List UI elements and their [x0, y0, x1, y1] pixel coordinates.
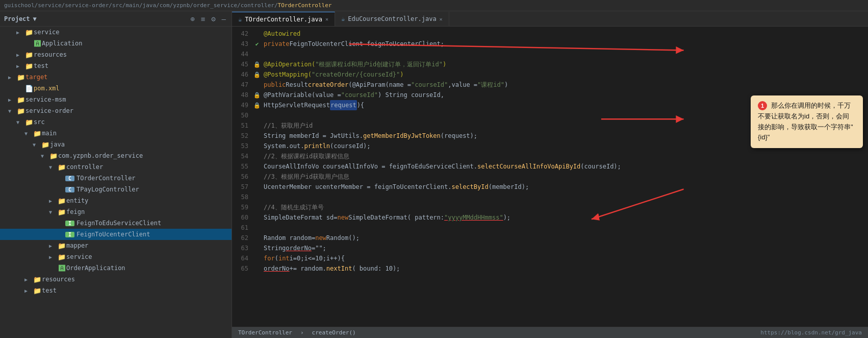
tree-item-feign-edu[interactable]: I FeignToEduServiceClient [0, 218, 232, 229]
token: Result [286, 80, 308, 90]
gutter-47 [252, 80, 262, 90]
token: ,value = [448, 80, 477, 90]
tab-tordercontroller[interactable]: ☕ TOrderController.java ✕ [232, 12, 335, 26]
tree-item-label: target [25, 74, 47, 81]
tree-item-service-folder[interactable]: ▶ 📁 service [0, 251, 232, 262]
tree-item-service[interactable]: ▶ 📁 service [0, 27, 232, 38]
tree-item-service-order[interactable]: ▼ 📁 service-order [0, 105, 232, 116]
code-line-56: //3、根据用户id获取用户信息 [262, 172, 868, 182]
tree-item-feign-ucenter[interactable]: I FeignToUcenterClient [0, 229, 232, 240]
folder-icon: 📁 [24, 51, 34, 59]
tree-item-label: service [34, 29, 60, 36]
folder-orange-icon: 📁 [16, 74, 25, 81]
tree-item-test-1[interactable]: ▶ 📁 test [0, 60, 232, 71]
breadcrumb-text: guischool [4, 2, 35, 9]
token: =""; [312, 243, 326, 253]
token: int [278, 253, 290, 263]
tree-item-controller-folder[interactable]: ▼ 📁 controller [0, 161, 232, 173]
project-label: Project [4, 15, 30, 22]
folder-icon: 📁 [57, 253, 66, 261]
breadcrumb-sep: / [62, 2, 65, 9]
tree-item-tordercontroller[interactable]: C TOrderController [0, 173, 232, 184]
code-content[interactable]: @Autowired private FeignToUcenterClient … [262, 27, 868, 327]
tree-item-tpaylogcontroller[interactable]: C TPayLogController [0, 184, 232, 195]
tree-item-feign[interactable]: ▼ 📁 feign [0, 206, 232, 218]
code-editor: 42 43 44 45 46 47 48 49 50 51 52 53 54 5… [232, 27, 868, 327]
code-line-45: @ApiOperation("根据课程id和用户id创建订单，返回订单id") [262, 59, 868, 69]
token: new [338, 212, 349, 223]
gutter-51 [252, 120, 262, 131]
gutter-45-lock: 🔒 [252, 59, 262, 69]
token: i=0;i<=10;i++){ [290, 253, 345, 263]
tree-item-main[interactable]: ▼ 📁 main [0, 128, 232, 139]
breadcrumb-item-yzpnb: yzpnb [173, 2, 190, 9]
tree-item-pomxml[interactable]: 📄 pom.xml [0, 83, 232, 94]
token: selectCourseAllInfoVoApiById [477, 161, 580, 172]
tree-item-resources[interactable]: ▶ 📁 resources [0, 49, 232, 60]
token: orderNo [286, 243, 312, 253]
code-line-44 [262, 49, 868, 59]
code-line-42: @Autowired [262, 29, 868, 39]
token: += random. [290, 263, 326, 274]
xml-icon: 📄 [24, 85, 34, 92]
token: for [264, 253, 275, 263]
folder-icon: 📁 [33, 287, 42, 295]
feign-interface-icon: I [65, 232, 74, 237]
settings-icon[interactable]: ⚙ [210, 14, 217, 24]
tab-close-button[interactable]: ✕ [440, 16, 443, 22]
java-class-icon: C [65, 176, 74, 181]
tree-item-label: test [34, 62, 48, 69]
token: new [315, 233, 326, 243]
folder-icon: 📁 [16, 107, 25, 115]
token: public [264, 80, 286, 90]
token: ) [504, 80, 508, 90]
annotation-text: 那么你在调用的时候，千万不要让获取名为id，否则，会间接的影响，导致获取一个字符… [758, 102, 853, 141]
tree-item-label: main [42, 130, 57, 137]
tab-close-button[interactable]: ✕ [325, 16, 328, 22]
gutter-61 [252, 223, 262, 233]
gutter-59 [252, 202, 262, 212]
token: (memberId); [489, 182, 529, 192]
dropdown-arrow[interactable]: ▼ [33, 15, 37, 22]
token: getMemberIdByJwtToken [363, 131, 441, 141]
tree-item-label: Application [42, 40, 82, 47]
tree-item-package[interactable]: ▼ 📁 com.yzpnb.order_service [0, 150, 232, 161]
token: System.out. [264, 141, 304, 151]
tree-item-entity[interactable]: ▶ 📁 entity [0, 195, 232, 206]
locate-icon[interactable]: ⊕ [189, 14, 196, 24]
collapse-icon[interactable]: ≡ [199, 14, 207, 24]
token: "courseId" [411, 80, 448, 90]
breadcrumb-sep: / [156, 2, 160, 9]
tree-item-order-application[interactable]: 🅰 OrderApplication [0, 262, 232, 274]
gutter: ✔ 🔒 🔒 🔒 🔒 [252, 27, 262, 327]
token: Random random= [264, 233, 315, 243]
tree-item-java[interactable]: ▼ 📁 java [0, 139, 232, 150]
tree-item-label: src [34, 118, 45, 126]
tree-item-application[interactable]: 🅰 Application [0, 38, 232, 49]
code-line-59: //4、随机生成订单号 [262, 202, 868, 212]
tree-item-service-msm[interactable]: ▶ 📁 service-msm [0, 94, 232, 105]
tab-java-icon: ☕ [341, 15, 345, 22]
gutter-56 [252, 172, 262, 182]
token: //4、随机生成订单号 [264, 202, 324, 212]
gutter-43-check: ✔ [252, 39, 262, 49]
tree-item-mapper[interactable]: ▶ 📁 mapper [0, 240, 232, 251]
tree-item-src[interactable]: ▼ 📁 src [0, 116, 232, 128]
code-line-61 [262, 223, 868, 233]
code-line-46: @PostMapping("createOrder/{courseId}") [262, 69, 868, 80]
token: HttpServletRequest [264, 100, 330, 110]
breadcrumb-sep: / [237, 2, 241, 9]
tree-item-label: OrderApplication [66, 264, 125, 272]
tree-arrow: ▶ [8, 75, 16, 80]
tree-item-resources-2[interactable]: ▶ 📁 resources [0, 274, 232, 285]
tree-arrow: ▼ [8, 108, 16, 114]
token: ) String courseId, [378, 90, 444, 100]
tree-arrow: ▶ [16, 52, 24, 58]
minimize-icon[interactable]: — [220, 14, 227, 24]
sidebar-header: Project ▼ ⊕ ≡ ⚙ — [0, 11, 232, 27]
gutter-57 [252, 182, 262, 192]
tree-item-label: java [50, 141, 65, 148]
tree-item-target[interactable]: ▶ 📁 target [0, 71, 232, 83]
tree-item-test-2[interactable]: ▶ 📁 test [0, 285, 232, 296]
tab-educoursecontroller[interactable]: ☕ EduCourseController.java ✕ [335, 12, 449, 26]
